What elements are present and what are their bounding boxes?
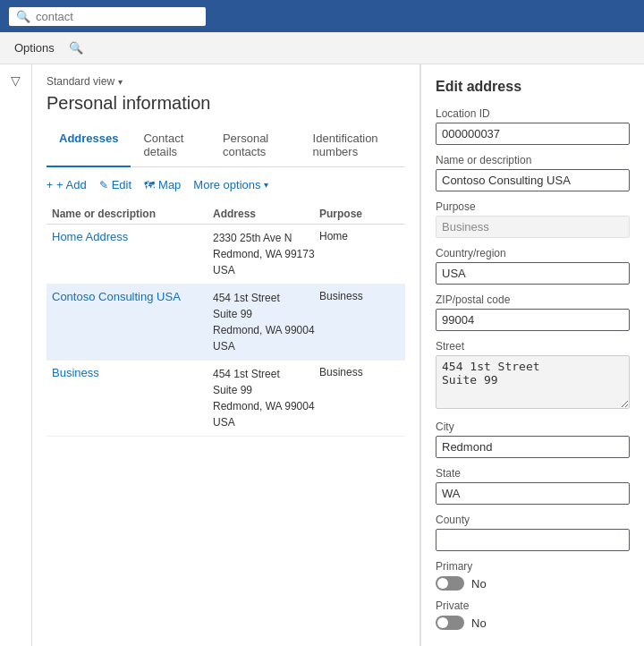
private-toggle-label: No <box>471 616 487 630</box>
name-group: Name or description <box>436 154 630 191</box>
main-content: ▽ Standard view ▾ Personal information A… <box>0 64 644 646</box>
primary-toggle[interactable] <box>436 576 464 591</box>
filter-icon[interactable]: ▽ <box>11 73 21 88</box>
primary-label: Primary <box>436 560 630 573</box>
state-label: State <box>436 467 630 480</box>
map-icon: 🗺 <box>144 179 155 191</box>
row-purpose-home: Home <box>319 230 400 242</box>
county-input[interactable] <box>436 529 630 551</box>
row-purpose-business: Business <box>319 366 400 378</box>
more-options-button[interactable]: Purpose More options ▾ <box>193 178 267 191</box>
country-input[interactable] <box>436 262 630 285</box>
table-row[interactable]: Contoso Consulting USA 454 1st StreetSui… <box>47 285 405 361</box>
search-input[interactable] <box>36 10 197 23</box>
toggle-knob <box>437 578 448 589</box>
state-input[interactable] <box>436 482 630 505</box>
row-purpose-contoso: Business <box>319 290 400 302</box>
private-group: Private No <box>436 599 630 630</box>
left-main: Standard view ▾ Personal information Add… <box>32 64 419 646</box>
zip-label: ZIP/postal code <box>436 293 630 306</box>
zip-group: ZIP/postal code <box>436 293 630 331</box>
more-options-text: More options <box>193 178 260 191</box>
name-input[interactable] <box>436 169 630 191</box>
map-label: Map <box>158 178 181 191</box>
search-icon: 🔍 <box>16 10 30 23</box>
tab-personal-contacts[interactable]: Personal contacts <box>210 124 301 167</box>
street-textarea[interactable]: 454 1st Street Suite 99 <box>436 355 630 409</box>
edit-button[interactable]: ✎ Edit <box>99 178 131 191</box>
private-toggle[interactable] <box>436 616 464 630</box>
side-nav: ▽ <box>0 64 32 646</box>
county-group: County <box>436 514 630 551</box>
city-group: City <box>436 421 630 458</box>
add-label: + Add <box>56 178 87 191</box>
row-name-home[interactable]: Home Address <box>52 230 213 243</box>
table-row[interactable]: Home Address 2330 25th Ave NRedmond, WA … <box>47 225 405 285</box>
private-label: Private <box>436 599 630 612</box>
country-group: Country/region <box>436 247 630 285</box>
edit-address-panel: Edit address Location ID Name or descrip… <box>420 64 644 646</box>
street-label: Street <box>436 340 630 353</box>
purpose-group: Purpose <box>436 200 630 238</box>
add-icon: + <box>47 179 53 191</box>
purpose-label: Purpose <box>436 200 630 213</box>
options-label: Options <box>14 41 55 55</box>
toggle-knob-private <box>437 617 448 628</box>
primary-group: Primary No <box>436 560 630 591</box>
tab-contact-details[interactable]: Contact details <box>131 124 209 167</box>
primary-toggle-row: No <box>436 576 630 591</box>
tab-addresses[interactable]: Addresses <box>47 124 131 167</box>
private-toggle-row: No <box>436 616 630 630</box>
purpose-input <box>436 216 630 238</box>
options-bar: Options 🔍 <box>0 32 644 64</box>
row-name-contoso[interactable]: Contoso Consulting USA <box>52 290 213 303</box>
standard-view-selector[interactable]: Standard view ▾ <box>47 75 405 88</box>
address-toolbar: + + Add ✎ Edit 🗺 Map Purpose More option… <box>47 178 405 191</box>
row-address-business: 454 1st StreetSuite 99Redmond, WA 99004U… <box>213 366 319 430</box>
options-search-icon[interactable]: 🔍 <box>69 41 83 55</box>
location-id-group: Location ID <box>436 107 630 145</box>
row-address-contoso: 454 1st StreetSuite 99Redmond, WA 99004U… <box>213 290 319 354</box>
edit-icon: ✎ <box>99 179 108 191</box>
top-bar: 🔍 <box>0 0 644 32</box>
standard-view-label: Standard view <box>47 75 114 88</box>
primary-toggle-label: No <box>471 577 487 591</box>
tab-identification-numbers[interactable]: Identification numbers <box>301 124 405 167</box>
row-address-home: 2330 25th Ave NRedmond, WA 99173USA <box>213 230 319 278</box>
left-panel: ▽ Standard view ▾ Personal information A… <box>0 64 420 646</box>
row-name-business[interactable]: Business <box>52 366 213 379</box>
map-button[interactable]: 🗺 Map <box>144 178 181 191</box>
col-header-address: Address <box>213 208 319 220</box>
city-input[interactable] <box>436 436 630 458</box>
col-header-purpose: Purpose <box>319 208 400 220</box>
table-header: Name or description Address Purpose <box>47 204 405 225</box>
page-title: Personal information <box>47 93 405 114</box>
zip-input[interactable] <box>436 309 630 331</box>
edit-label: Edit <box>112 178 131 191</box>
location-id-input[interactable] <box>436 123 630 145</box>
table-row[interactable]: Business 454 1st StreetSuite 99Redmond, … <box>47 361 405 437</box>
country-label: Country/region <box>436 247 630 259</box>
location-id-label: Location ID <box>436 107 630 120</box>
more-options-chevron-icon: ▾ <box>264 180 268 190</box>
name-label: Name or description <box>436 154 630 166</box>
street-group: Street 454 1st Street Suite 99 <box>436 340 630 412</box>
col-header-name: Name or description <box>52 208 213 220</box>
search-box[interactable]: 🔍 <box>9 7 206 26</box>
panel-title: Edit address <box>436 79 630 95</box>
add-button[interactable]: + + Add <box>47 178 87 191</box>
state-group: State <box>436 467 630 505</box>
tabs-bar: Addresses Contact details Personal conta… <box>47 124 405 167</box>
county-label: County <box>436 514 630 526</box>
city-label: City <box>436 421 630 433</box>
chevron-down-icon: ▾ <box>118 77 123 87</box>
